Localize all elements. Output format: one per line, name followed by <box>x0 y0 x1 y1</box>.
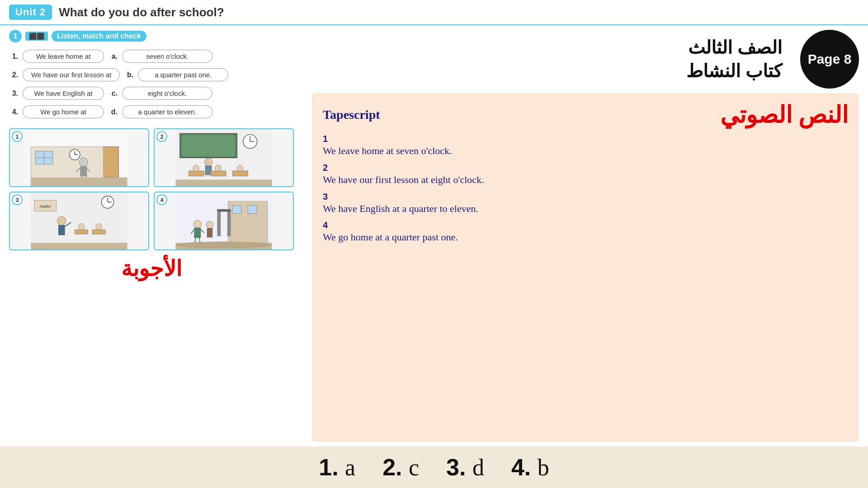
activity-icon: ⬛⬛ <box>25 32 48 41</box>
answers-arabic-label: الأجوبة <box>9 256 294 281</box>
image-badge-3: 3 <box>12 194 23 205</box>
svg-point-30 <box>237 165 243 171</box>
tapescript-text-4: We go home at a quarter past one. <box>323 230 848 244</box>
image-badge-4: 4 <box>156 194 167 205</box>
svg-rect-19 <box>182 136 235 156</box>
match-num-4: 4. <box>9 108 18 116</box>
scene-svg-4 <box>155 192 293 249</box>
answer-letter-3: d <box>472 455 484 480</box>
top-right-section: الصف الثالث كتاب النشاط Page 8 <box>312 30 859 89</box>
scene-image-1: 1 <box>9 128 149 187</box>
svg-point-63 <box>175 242 272 249</box>
match-left-1: We leave home at <box>23 50 104 63</box>
svg-rect-27 <box>232 171 248 176</box>
tapescript-arabic: النص الصوتي <box>720 101 848 128</box>
svg-point-54 <box>193 220 201 228</box>
arabic-titles: الصف الثالث كتاب النشاط <box>686 37 782 81</box>
svg-rect-42 <box>75 230 88 234</box>
tapescript-item-1: 1 We leave home at seven o'clock. <box>323 132 848 160</box>
scene-image-3: 3 Hello! <box>9 192 149 250</box>
svg-point-39 <box>57 216 66 225</box>
match-letter-c: c. <box>108 89 118 98</box>
svg-text:Hello!: Hello! <box>40 204 51 209</box>
match-left-3: We have English at <box>23 87 104 100</box>
svg-point-45 <box>96 224 102 230</box>
svg-rect-61 <box>207 228 212 237</box>
svg-point-29 <box>215 165 222 171</box>
answer-letter-1: a <box>345 455 355 480</box>
svg-point-28 <box>193 165 199 171</box>
svg-rect-40 <box>58 225 65 235</box>
activity-label: Listen, match and check <box>52 31 146 42</box>
svg-rect-53 <box>217 209 231 212</box>
tapescript-text-3: We have English at a quarter to eleven. <box>323 202 848 216</box>
unit-badge: Unit 2 <box>9 5 52 20</box>
match-row-4: 4. We go home at d. a quarter to eleven. <box>9 105 294 118</box>
tapescript-item-4: 4 We go home at a quarter past one. <box>323 218 848 246</box>
match-row-2: 2. We have our first lesson at b. a quar… <box>9 68 294 81</box>
images-grid: 1 <box>9 128 294 250</box>
svg-rect-52 <box>227 210 231 236</box>
tapescript-text-2: We have our first lesson at eight o'cloc… <box>323 173 848 187</box>
answer-num-2: 2. c <box>382 454 419 481</box>
answer-letter-2: c <box>409 455 419 480</box>
tapescript-num-1: 1 <box>323 134 848 144</box>
answer-letter-4: b <box>538 455 549 480</box>
svg-rect-50 <box>248 206 256 213</box>
match-num-1: 1. <box>9 52 18 61</box>
right-panel: الصف الثالث كتاب النشاط Page 8 Tapescrip… <box>303 25 868 446</box>
svg-rect-1 <box>101 147 118 178</box>
answer-num-1: 1. a <box>319 454 355 481</box>
page-badge: Page 8 <box>800 30 859 89</box>
tapescript-title: Tapescript <box>323 108 380 122</box>
image-badge-2: 2 <box>156 131 167 142</box>
scene-svg-3: Hello! <box>10 192 148 249</box>
left-panel: 1 ⬛⬛ Listen, match and check 1. We leave… <box>0 25 303 446</box>
match-left-2: We have our first lesson at <box>23 68 120 81</box>
image-badge-1: 1 <box>12 131 23 142</box>
match-left-4: We go home at <box>23 105 104 118</box>
svg-point-60 <box>206 221 213 229</box>
activity-header: 1 ⬛⬛ Listen, match and check <box>9 30 294 42</box>
match-right-a: seven o'clock. <box>122 50 212 63</box>
svg-point-23 <box>204 158 212 166</box>
svg-point-44 <box>78 224 85 230</box>
unit-title: What do you do after school? <box>59 5 224 19</box>
answer-num-4: 4. b <box>511 454 549 481</box>
tapescript-item-2: 2 We have our first lesson at eight o'cl… <box>323 161 848 189</box>
tapescript-num-3: 3 <box>323 192 848 202</box>
scene-image-4: 4 <box>154 192 294 250</box>
activity-number: 1 <box>9 30 22 42</box>
match-letter-a: a. <box>108 52 118 61</box>
tapescript-header: Tapescript النص الصوتي <box>323 101 848 128</box>
tapescript-box: Tapescript النص الصوتي 1 We leave home a… <box>312 93 859 442</box>
tapescript-num-2: 2 <box>323 163 848 173</box>
match-right-c: eight o'clock. <box>122 87 212 100</box>
arabic-title-2: كتاب النشاط <box>686 61 782 81</box>
tapescript-text-1: We leave home at seven o'clock. <box>323 144 848 158</box>
svg-rect-31 <box>175 179 272 186</box>
tapescript-item-3: 3 We have English at a quarter to eleven… <box>323 190 848 218</box>
answers-bar: 1. a 2. c 3. d 4. b <box>0 446 868 488</box>
scene-svg-2 <box>155 129 293 186</box>
svg-rect-25 <box>189 171 204 176</box>
svg-rect-51 <box>217 210 221 236</box>
match-right-d: a quarter to eleven. <box>122 105 212 118</box>
main-content: 1 ⬛⬛ Listen, match and check 1. We leave… <box>0 25 868 446</box>
svg-rect-26 <box>211 171 226 176</box>
match-row-3: 3. We have English at c. eight o'clock. <box>9 87 294 100</box>
svg-rect-46 <box>31 243 127 249</box>
page-header: Unit 2 What do you do after school? <box>0 0 868 25</box>
svg-rect-11 <box>80 166 87 176</box>
svg-rect-43 <box>92 230 105 234</box>
match-right-b: a quarter past one. <box>138 68 228 81</box>
match-letter-d: d. <box>108 108 118 116</box>
match-row-1: 1. We leave home at a. seven o'clock. <box>9 50 294 63</box>
svg-point-10 <box>79 158 88 166</box>
svg-rect-16 <box>31 178 127 186</box>
scene-svg-1 <box>10 129 148 186</box>
arabic-title-1: الصف الثالث <box>688 37 782 58</box>
svg-rect-49 <box>232 206 241 213</box>
scene-image-2: 2 <box>154 128 294 187</box>
match-num-3: 3. <box>9 89 18 98</box>
